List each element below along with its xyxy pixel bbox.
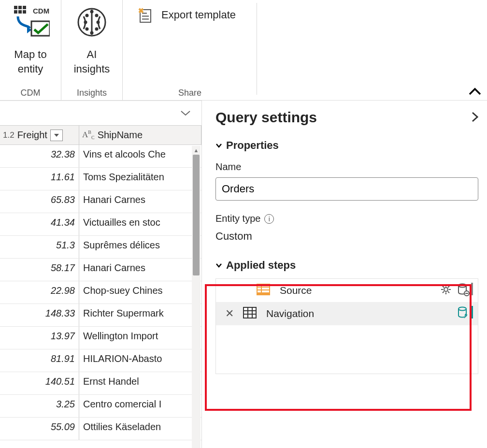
gear-icon[interactable] [440,284,452,298]
formula-bar-expand-icon[interactable] [180,108,191,119]
cell-freight[interactable]: 58.17 [0,259,79,281]
column-filter-button[interactable] [50,130,63,141]
cell-shipname[interactable]: Vins et alcools Che [79,145,201,167]
cell-freight[interactable]: 81.91 [0,349,79,372]
export-template-label: Export template [161,9,236,21]
chevron-down-icon [215,261,222,270]
table-row[interactable]: 22.98Chop-suey Chines [0,281,201,304]
cell-shipname[interactable]: Richter Supermark [79,304,201,326]
cell-shipname[interactable]: HILARION-Abasto [79,349,201,372]
cell-freight[interactable]: 51.3 [0,236,79,258]
cell-freight[interactable]: 41.34 [0,213,79,235]
map-to-entity-button[interactable]: CDM Map toentity [9,3,52,76]
datasource-icon[interactable] [457,306,473,322]
applied-step[interactable]: ✕Navigation [216,302,478,325]
grid-header-row: 1.2 Freight ABC ShipName [0,126,201,145]
svg-rect-1 [18,6,22,9]
ribbon-group-cdm: CDM Map toentity CDM [0,0,61,100]
query-settings-expand-icon[interactable] [472,111,478,124]
svg-rect-4 [18,10,22,14]
cell-shipname[interactable]: Ottilies Käseladen [79,418,201,440]
applied-steps-section-header[interactable]: Applied steps [215,259,478,272]
ai-insights-button[interactable]: AIinsights [70,3,114,76]
svg-rect-23 [258,285,261,287]
svg-line-36 [443,291,444,293]
table-row[interactable]: 65.83Hanari Carnes [0,190,201,213]
cell-shipname[interactable]: Centro comercial I [79,395,201,417]
step-type-icon [255,284,272,298]
svg-point-46 [458,307,466,310]
table-row[interactable]: 3.25Centro comercial I [0,395,201,418]
map-to-entity-label: Map toentity [14,47,46,76]
decimal-type-icon: 1.2 [3,130,14,140]
svg-rect-26 [262,288,269,289]
cell-shipname[interactable]: Hanari Carnes [79,259,201,281]
info-icon[interactable]: i [264,214,274,224]
table-row[interactable]: 32.38Vins et alcools Che [0,145,201,168]
body: 1.2 Freight ABC ShipName 32.38Vins et al… [0,101,487,448]
step-name: Source [277,285,435,296]
export-template-button[interactable]: Export template [131,3,241,27]
cell-shipname[interactable]: Chop-suey Chines [79,281,201,303]
delete-step-icon[interactable]: ✕ [223,307,236,320]
svg-rect-41 [244,307,256,318]
svg-point-16 [90,10,94,14]
table-row[interactable]: 11.61Toms Spezialitäten [0,168,201,190]
scroll-up-icon[interactable]: ▲ [192,146,201,155]
ribbon-collapse-button[interactable] [469,85,481,97]
svg-rect-20 [142,15,149,17]
properties-section-header[interactable]: Properties [215,139,478,152]
table-row[interactable]: 55.09Ottilies Käseladen [0,418,201,440]
entity-type-value: Custom [215,230,478,243]
cell-shipname[interactable]: Ernst Handel [79,372,201,394]
cell-freight[interactable]: 11.61 [0,168,79,190]
table-row[interactable]: 140.51Ernst Handel [0,372,201,395]
cell-freight[interactable]: 32.38 [0,145,79,167]
grid-body[interactable]: 32.38Vins et alcools Che11.61Toms Spezia… [0,145,201,448]
data-preview-pane: 1.2 Freight ABC ShipName 32.38Vins et al… [0,101,202,448]
svg-point-29 [444,288,448,291]
ribbon-group-share: Export template Share [123,0,257,100]
svg-rect-3 [14,10,17,14]
svg-point-12 [84,21,87,24]
query-settings-title: Query settings [215,109,317,126]
vertical-scrollbar[interactable]: ▲ [192,146,201,448]
cell-shipname[interactable]: Wellington Import [79,327,201,349]
svg-point-10 [86,14,89,17]
cell-freight[interactable]: 55.09 [0,418,79,440]
cell-freight[interactable]: 3.25 [0,395,79,417]
datasource-icon[interactable] [457,283,473,299]
table-row[interactable]: 148.33Richter Supermark [0,304,201,327]
scroll-thumb[interactable] [193,155,200,275]
column-header-freight[interactable]: 1.2 Freight [0,126,79,145]
table-row[interactable]: 41.34Victuailles en stoc [0,213,201,236]
table-row[interactable]: 81.91HILARION-Abasto [0,349,201,372]
chevron-down-icon [215,141,222,150]
applied-step[interactable]: Source [216,279,478,302]
cell-shipname[interactable]: Victuailles en stoc [79,213,201,235]
cell-shipname[interactable]: Toms Spezialitäten [79,168,201,190]
name-label: Name [215,161,478,173]
formula-bar[interactable] [0,101,201,126]
step-name: Navigation [263,308,447,319]
svg-point-38 [458,284,466,287]
svg-point-17 [90,31,94,35]
column-header-shipname[interactable]: ABC ShipName [79,126,201,145]
cell-freight[interactable]: 22.98 [0,281,79,303]
ai-insights-icon [70,3,114,44]
cell-freight[interactable]: 140.51 [0,372,79,394]
query-name-input[interactable] [215,177,478,201]
cell-freight[interactable]: 13.97 [0,327,79,349]
cell-freight[interactable]: 65.83 [0,190,79,213]
svg-rect-2 [23,6,26,9]
svg-rect-27 [258,290,261,292]
cell-shipname[interactable]: Suprêmes délices [79,236,201,258]
svg-rect-25 [258,288,261,289]
table-row[interactable]: 51.3Suprêmes délices [0,236,201,259]
svg-line-35 [448,291,449,293]
cell-shipname[interactable]: Hanari Carnes [79,190,201,213]
table-row[interactable]: 58.17Hanari Carnes [0,259,201,281]
svg-point-13 [97,21,100,24]
table-row[interactable]: 13.97Wellington Import [0,327,201,349]
cell-freight[interactable]: 148.33 [0,304,79,326]
